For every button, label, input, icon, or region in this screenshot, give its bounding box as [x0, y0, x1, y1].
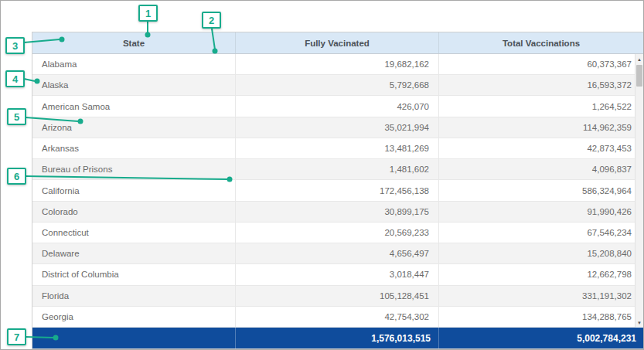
cell-fully-vaccinated: 42,754,302: [235, 307, 438, 327]
table-row[interactable]: District of Columbia 3,018,447 12,662,79…: [32, 264, 643, 285]
cell-state: Arizona: [32, 117, 235, 138]
summary-state-cell: [32, 328, 235, 348]
cell-state: Bureau of Prisons: [32, 159, 235, 179]
vaccination-table: State Fully Vacinated Total Vaccinations…: [32, 32, 644, 349]
annotation-marker-6: 6: [7, 168, 26, 185]
cell-total-vaccinations: 15,208,840: [438, 243, 643, 263]
cell-total-vaccinations: 67,546,234: [438, 223, 643, 243]
column-header-fully-vaccinated[interactable]: Fully Vacinated: [235, 32, 438, 53]
cell-fully-vaccinated: 3,018,447: [235, 264, 438, 284]
cell-fully-vaccinated: 105,128,451: [235, 286, 438, 306]
summary-row: 1,576,013,515 5,002,784,231: [32, 328, 643, 348]
cell-fully-vaccinated: 13,481,269: [235, 138, 438, 158]
annotation-marker-4: 4: [5, 70, 25, 87]
table-row[interactable]: Florida 105,128,451 331,191,302: [32, 286, 643, 307]
column-header-state[interactable]: State: [32, 32, 235, 53]
cell-total-vaccinations: 42,873,453: [438, 138, 643, 158]
annotation-marker-7: 7: [7, 328, 26, 345]
cell-total-vaccinations: 91,990,426: [438, 202, 643, 222]
column-header-total-vaccinations[interactable]: Total Vaccinations: [438, 32, 643, 53]
cell-total-vaccinations: 4,096,837: [438, 159, 643, 179]
cell-fully-vaccinated: 30,899,175: [235, 202, 438, 222]
summary-fully-vaccinated: 1,576,013,515: [235, 328, 438, 348]
cell-state: Connecticut: [32, 223, 235, 243]
cell-total-vaccinations: 134,288,765: [438, 307, 643, 327]
annotation-marker-3: 3: [5, 37, 25, 54]
annotation-marker-2: 2: [202, 12, 221, 29]
table-body: ▲ ▼ Alabama 19,682,162 60,373,367 Alaska…: [32, 54, 643, 328]
table-row[interactable]: Connecticut 20,569,233 67,546,234: [32, 223, 643, 243]
cell-state: Alaska: [32, 75, 235, 95]
cell-fully-vaccinated: 5,792,668: [235, 75, 438, 95]
scroll-up-icon[interactable]: ▲: [635, 54, 643, 64]
cell-total-vaccinations: 12,662,798: [438, 264, 643, 284]
cell-fully-vaccinated: 4,656,497: [235, 243, 438, 263]
table-row[interactable]: Arkansas 13,481,269 42,873,453: [32, 138, 643, 159]
cell-total-vaccinations: 331,191,302: [438, 286, 643, 306]
scrollbar-thumb[interactable]: [636, 65, 642, 87]
table-header-row: State Fully Vacinated Total Vaccinations: [32, 32, 643, 54]
summary-total-vaccinations: 5,002,784,231: [438, 328, 643, 348]
table-row[interactable]: Bureau of Prisons 1,481,602 4,096,837: [32, 159, 643, 180]
table-row[interactable]: California 172,456,138 586,324,964: [32, 180, 643, 201]
cell-total-vaccinations: 1,264,522: [438, 96, 643, 116]
cell-total-vaccinations: 114,962,359: [438, 117, 643, 138]
cell-state: Alabama: [32, 54, 235, 74]
table-row[interactable]: Delaware 4,656,497 15,208,840: [32, 243, 643, 264]
cell-fully-vaccinated: 20,569,233: [235, 223, 438, 243]
annotation-marker-1: 1: [138, 5, 158, 22]
table-row[interactable]: Alaska 5,792,668 16,593,372: [32, 75, 643, 96]
vertical-scrollbar[interactable]: ▲ ▼: [635, 54, 643, 328]
cell-total-vaccinations: 586,324,964: [438, 180, 643, 200]
cell-fully-vaccinated: 35,021,994: [235, 117, 438, 138]
cell-fully-vaccinated: 426,070: [235, 96, 438, 116]
cell-state: Arkansas: [32, 138, 235, 158]
cell-state: District of Columbia: [32, 264, 235, 284]
table-row[interactable]: American Samoa 426,070 1,264,522: [32, 96, 643, 117]
table-row[interactable]: Arizona 35,021,994 114,962,359: [32, 117, 643, 138]
cell-fully-vaccinated: 172,456,138: [235, 180, 438, 200]
cell-total-vaccinations: 16,593,372: [438, 75, 643, 95]
table-row[interactable]: Georgia 42,754,302 134,288,765: [32, 307, 643, 328]
cell-state: Colorado: [32, 202, 235, 222]
cell-state: Georgia: [32, 307, 235, 327]
table-row[interactable]: Alabama 19,682,162 60,373,367: [32, 54, 643, 75]
table-row[interactable]: Colorado 30,899,175 91,990,426: [32, 202, 643, 223]
cell-state: California: [32, 180, 235, 200]
cell-state: Delaware: [32, 243, 235, 263]
cell-fully-vaccinated: 1,481,602: [235, 159, 438, 179]
cell-total-vaccinations: 60,373,367: [438, 54, 643, 74]
screen: State Fully Vacinated Total Vaccinations…: [0, 0, 644, 350]
scroll-down-icon[interactable]: ▼: [635, 318, 643, 328]
cell-fully-vaccinated: 19,682,162: [235, 54, 438, 74]
cell-state: Florida: [32, 286, 235, 306]
annotation-marker-5: 5: [7, 108, 26, 125]
cell-state: American Samoa: [32, 96, 235, 116]
